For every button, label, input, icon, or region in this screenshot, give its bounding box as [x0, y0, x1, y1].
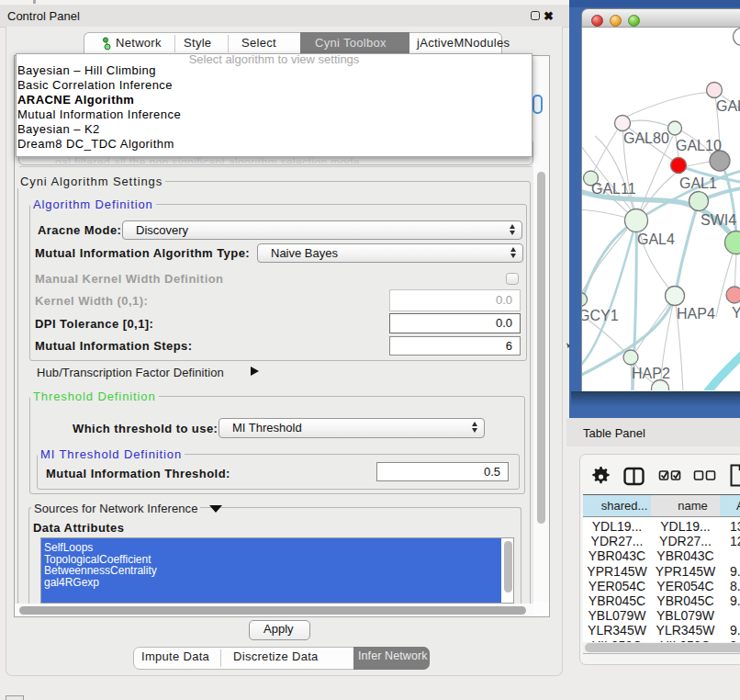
svg-text:GAL4: GAL4 — [637, 231, 675, 247]
svg-text:Y: Y — [732, 305, 740, 321]
svg-text:GAL10: GAL10 — [676, 138, 722, 153]
svg-text:GAL80: GAL80 — [623, 130, 669, 146]
svg-text:GAL1: GAL1 — [679, 175, 717, 191]
svg-text:GCY1: GCY1 — [582, 308, 619, 323]
svg-text:HAP2: HAP2 — [632, 366, 670, 381]
svg-text:GAL: GAL — [716, 98, 740, 114]
svg-text:GAL11: GAL11 — [591, 181, 636, 197]
svg-text:HAP4: HAP4 — [677, 306, 715, 322]
svg-text:SWI4: SWI4 — [701, 212, 736, 228]
